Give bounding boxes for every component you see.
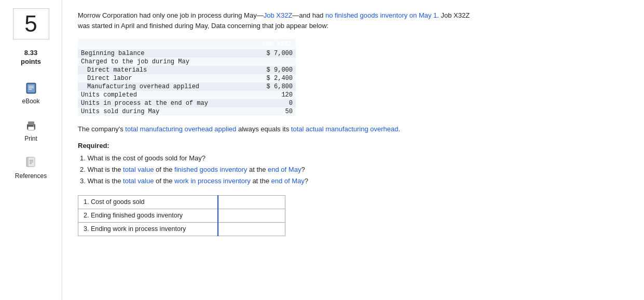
answer-field-3[interactable] (224, 225, 280, 233)
page-layout: 5 8.33 points eBook (0, 0, 644, 300)
table-row: Charged to the job during May (78, 58, 296, 66)
row-value: $ 6,800 (247, 83, 296, 91)
answer-row-3: 3. Ending work in process inventory (78, 222, 285, 236)
table-row: Manufacturing overhead applied $ 6,800 (78, 83, 296, 91)
row-label: Units completed (78, 91, 247, 99)
problem-text-part1: Morrow Corporation had only one job in p… (78, 11, 470, 19)
row-value (247, 58, 296, 66)
ebook-button[interactable]: eBook (22, 81, 39, 105)
table-header-value: Job X32Z (247, 39, 296, 49)
ebook-icon (24, 81, 38, 96)
question-1: 1. What is the cost of goods sold for Ma… (80, 153, 628, 164)
row-value: $ 9,000 (247, 66, 296, 74)
points-value: 8.33 (24, 49, 37, 57)
question-2: 2. What is the total value of the finish… (80, 164, 628, 175)
row-value: 0 (247, 99, 296, 107)
row-label: Direct labor (78, 74, 247, 83)
answer-field-2[interactable] (224, 212, 280, 219)
table-header-row: Job X32Z (78, 39, 296, 49)
question-list: 1. What is the cost of goods sold for Ma… (78, 153, 628, 187)
main-content: Morrow Corporation had only one job in p… (62, 0, 644, 300)
problem-text-part2: was started in April and finished during… (78, 22, 328, 30)
answer-table: 1. Cost of goods sold 2. Ending finished… (78, 195, 285, 236)
question-number: 5 (24, 11, 37, 37)
answer-label-3: 3. Ending work in process inventory (78, 222, 218, 236)
answer-input-1[interactable] (218, 195, 285, 209)
table-row: Units completed 120 (78, 91, 296, 99)
row-label: Direct materials (78, 66, 247, 74)
question-3: 3. What is the total value of the work i… (80, 175, 628, 187)
answer-row-2: 2. Ending finished goods inventory (78, 209, 285, 222)
row-value: $ 7,000 (247, 49, 296, 58)
table-row: Beginning balance $ 7,000 (78, 49, 296, 58)
required-section: Required: 1. What is the cost of goods s… (78, 142, 628, 187)
row-label: Units sold during May (78, 107, 247, 116)
question-number-box: 5 (13, 8, 49, 39)
row-label: Charged to the job during May (78, 58, 247, 66)
job-data-table: Job X32Z Beginning balance $ 7,000 Charg… (78, 39, 296, 116)
print-label: Print (24, 135, 37, 142)
table-header-label (78, 39, 247, 49)
row-value: $ 2,400 (247, 74, 296, 83)
svg-point-8 (33, 125, 34, 126)
left-sidebar: 5 8.33 points eBook (0, 0, 62, 300)
answer-input-3[interactable] (218, 222, 285, 236)
svg-rect-1 (28, 84, 35, 92)
row-value: 120 (247, 91, 296, 99)
answer-label-2: 2. Ending finished goods inventory (78, 209, 218, 222)
svg-rect-7 (28, 127, 34, 130)
answer-row-1: 1. Cost of goods sold (78, 195, 285, 209)
answer-field-1[interactable] (224, 198, 280, 206)
print-icon (24, 118, 38, 133)
points-text: points (21, 58, 41, 65)
table-row: Units in process at the end of may 0 (78, 99, 296, 107)
row-label: Units in process at the end of may (78, 99, 247, 107)
table-row: Units sold during May 50 (78, 107, 296, 116)
table-row: Direct materials $ 9,000 (78, 66, 296, 74)
answer-label-1: 1. Cost of goods sold (78, 195, 218, 209)
row-value: 50 (247, 107, 296, 116)
required-label: Required: (78, 142, 628, 149)
table-row: Direct labor $ 2,400 (78, 74, 296, 83)
sidebar-icon-group: eBook Print (15, 81, 47, 180)
row-label: Beginning balance (78, 49, 247, 58)
svg-rect-6 (28, 121, 34, 125)
points-label: 8.33 points (21, 49, 41, 66)
references-label: References (15, 172, 47, 180)
references-button[interactable]: References (15, 156, 47, 180)
references-icon (24, 156, 38, 170)
print-button[interactable]: Print (24, 118, 38, 142)
row-label: Manufacturing overhead applied (78, 83, 247, 91)
manufacturing-note: The company's total manufacturing overhe… (78, 124, 628, 134)
problem-text: Morrow Corporation had only one job in p… (78, 10, 628, 31)
ebook-label: eBook (22, 98, 39, 105)
answer-input-2[interactable] (218, 209, 285, 222)
